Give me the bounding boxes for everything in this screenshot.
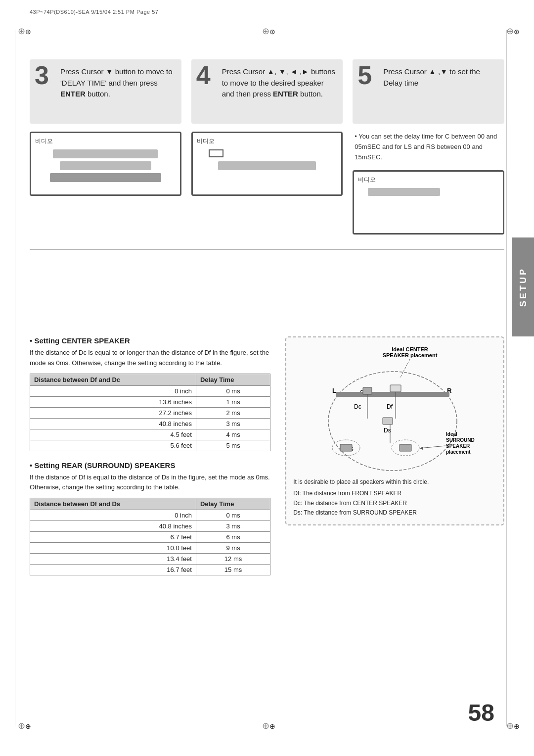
delay-cell: 3 ms [196,521,270,532]
svg-text:SPEAKER: SPEAKER [446,443,470,449]
center-speaker-desc: If the distance of Dc is equal to or lon… [30,348,270,369]
step-5-menu-bar [368,188,440,196]
dist-cell: 27.2 inches [30,407,196,418]
rear-table-col1-header: Distance between Df and Ds [30,498,196,510]
page-metadata: 43P~74P(DS610)-SEA 9/15/04 2:51 PM Page … [30,9,158,15]
step-3-box: 3 Press Cursor ▼ button to move to 'DELA… [30,59,181,124]
delay-cell: 3 ms [196,418,270,429]
svg-line-2 [400,359,410,378]
center-speaker-table: Distance between Df and Dc Delay Time 0 … [30,374,270,451]
step-5-box: 5 Press Cursor ▲ ,▼ to set the Delay tim… [353,59,504,124]
step-4-tv: 비디오 [191,132,343,196]
svg-rect-23 [383,418,393,425]
step-3-tv-label: 비디오 [35,137,176,145]
svg-rect-13 [336,392,449,397]
svg-text:Ds: Ds [384,427,391,434]
delay-cell: 9 ms [196,543,270,554]
svg-marker-29 [420,447,423,450]
delay-cell: 4 ms [196,429,270,440]
delay-cell: 0 ms [196,385,270,396]
reg-mark-bottom-center: ⊕ [262,720,272,730]
list-item: Df: The distance from FRONT SPEAKER [293,489,496,498]
step-3-menu-bar-3 [50,173,161,182]
dist-cell: 4.5 feet [30,429,196,440]
dist-cell: 13.4 feet [30,554,196,565]
svg-text:SURROUND: SURROUND [446,437,475,443]
svg-text:L: L [332,387,336,394]
svg-text:Ideal CENTER: Ideal CENTER [392,346,428,352]
svg-rect-15 [390,385,401,392]
left-column: • Setting CENTER SPEAKER If the distance… [30,336,270,585]
step-3-menu-bar-2 [60,161,151,170]
table-row: 0 inch0 ms [30,385,270,396]
svg-text:placement: placement [446,449,471,455]
dist-cell: 5.6 feet [30,440,196,451]
step-4-menu-bar [218,161,316,170]
table-row: 4.5 feet4 ms [30,429,270,440]
delay-cell: 6 ms [196,532,270,543]
table-row: 27.2 inches2 ms [30,407,270,418]
svg-text:Ideal: Ideal [446,431,457,437]
steps-row: 3 Press Cursor ▼ button to move to 'DELA… [30,59,504,235]
rear-table-col2-header: Delay Time [196,498,270,510]
right-column: Ideal CENTER SPEAKER placement L R C SW [285,336,504,585]
step-3-text: Press Cursor ▼ button to move to 'DELAY … [60,66,175,100]
step-4-number: 4 [196,62,211,88]
dist-cell: 16.7 feet [30,565,196,575]
dist-cell: 6.7 feet [30,532,196,543]
svg-text:Dc: Dc [354,403,361,410]
step-4-col: 4 Press Cursor ▲, ▼, ◄ ,► buttons to mov… [191,59,343,235]
rear-speaker-desc: If the distance of Df is equal to the di… [30,472,270,493]
table-row: 6.7 feet6 ms [30,532,270,543]
setup-tab: SETUP [512,237,534,336]
two-col-layout: • Setting CENTER SPEAKER If the distance… [30,336,504,585]
table-row: 40.8 inches3 ms [30,521,270,532]
delay-cell: 15 ms [196,565,270,575]
diagram-notes-list: Df: The distance from FRONT SPEAKERDc: T… [293,489,496,518]
table-row: 0 inch0 ms [30,510,270,521]
table-row: 10.0 feet9 ms [30,543,270,554]
step-5-col: 5 Press Cursor ▲ ,▼ to set the Delay tim… [353,59,504,235]
step-3-tv: 비디오 [30,132,181,196]
center-table-col1-header: Distance between Df and Dc [30,374,196,385]
svg-text:Df: Df [387,403,393,410]
reg-mark-top-center: ⊕ [262,26,272,36]
svg-line-28 [420,446,445,448]
dist-cell: 13.6 inches [30,396,196,407]
list-item: Dc: The distance from CENTER SPEAKER [293,499,496,508]
step-5-text: Press Cursor ▲ ,▼ to set the Delay time [383,66,497,89]
delay-cell: 12 ms [196,554,270,565]
reg-mark-bottom-left: ⊕ [18,720,28,730]
table-row: 40.8 inches3 ms [30,418,270,429]
diagram-circle-desc: It is desirable to place all speakers wi… [293,477,496,487]
delay-cell: 0 ms [196,510,270,521]
table-row: 16.7 feet15 ms [30,565,270,575]
right-border [506,30,507,726]
step-3-menu-bar [53,149,158,158]
delay-cell: 5 ms [196,440,270,451]
svg-rect-16 [340,444,352,451]
step-4-text: Press Cursor ▲, ▼, ◄ ,► buttons to move … [222,66,336,100]
step-4-box: 4 Press Cursor ▲, ▼, ◄ ,► buttons to mov… [191,59,343,124]
step-5-tv: 비디오 [353,170,504,235]
reg-mark-top-left: ⊕ [18,26,28,36]
setup-tab-label: SETUP [518,267,529,307]
diagram-svg: Ideal CENTER SPEAKER placement L R C SW [313,344,477,473]
left-border [15,30,15,726]
speaker-diagram: Ideal CENTER SPEAKER placement L R C SW [285,336,504,525]
step-4-highlight [209,149,223,157]
rear-speaker-heading: • Setting REAR (SURROUND) SPEAKERS [30,461,270,470]
step-5-number: 5 [357,62,372,88]
step-3-col: 3 Press Cursor ▼ button to move to 'DELA… [30,59,181,235]
main-content: 3 Press Cursor ▼ button to move to 'DELA… [30,59,504,259]
bottom-section: • Setting CENTER SPEAKER If the distance… [30,336,504,585]
reg-mark-bottom-right: ⊕ [506,720,516,730]
dist-cell: 0 inch [30,385,196,396]
dist-cell: 10.0 feet [30,543,196,554]
step-5-tv-label: 비디오 [358,176,499,184]
step-5-notes: • You can set the delay time for C betwe… [353,132,504,162]
svg-rect-17 [400,444,411,451]
delay-cell: 1 ms [196,396,270,407]
rear-speaker-table: Distance between Df and Ds Delay Time 0 … [30,498,270,575]
table-row: 13.6 inches1 ms [30,396,270,407]
